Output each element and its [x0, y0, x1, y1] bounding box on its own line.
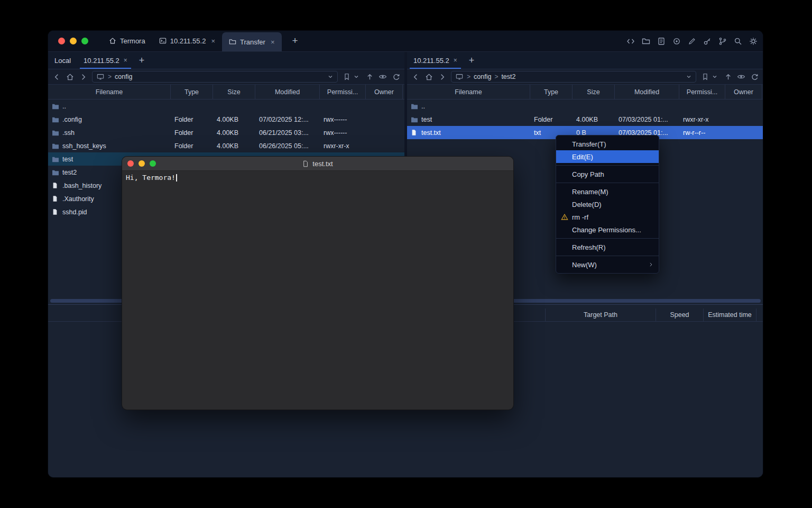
column-speed[interactable]: Speed: [656, 309, 703, 321]
refresh-icon[interactable]: [750, 72, 759, 81]
settings-gear-icon[interactable]: [749, 37, 758, 46]
type-cell: Folder: [530, 116, 573, 123]
column-permissions[interactable]: Permissi...: [679, 85, 725, 99]
breadcrumb-segment[interactable]: test2: [501, 73, 515, 80]
right-pane-tabs: 10.211.55.2 × +: [407, 52, 763, 69]
menu-separator: [556, 165, 659, 166]
menu-item-transfer[interactable]: Transfer(T): [556, 138, 659, 150]
column-size[interactable]: Size: [213, 85, 255, 99]
file-row[interactable]: .ssh Folder 4.00KB 06/21/2025 03:... rwx…: [48, 126, 404, 139]
chevron-down-icon: [710, 72, 719, 81]
menu-item-new[interactable]: New(W): [556, 258, 659, 271]
column-filename[interactable]: Filename: [407, 85, 530, 99]
close-tab-icon[interactable]: ×: [454, 57, 457, 64]
tab-label: Termora: [120, 37, 145, 45]
path-bar[interactable]: > config > test2: [451, 71, 696, 83]
context-menu: Transfer(T) Edit(E) Copy Path Rename(M) …: [556, 135, 659, 274]
add-pane-tab-button[interactable]: +: [464, 52, 480, 69]
file-row[interactable]: ..: [48, 99, 404, 113]
size-cell: 4.00KB: [213, 116, 255, 123]
column-filename[interactable]: Filename: [48, 85, 171, 99]
folder-icon: [411, 103, 418, 110]
menu-separator: [556, 183, 659, 183]
home-icon[interactable]: [66, 72, 74, 81]
menu-separator: [556, 256, 659, 256]
column-permissions[interactable]: Permissi...: [320, 85, 366, 99]
file-row[interactable]: .config Folder 4.00KB 07/02/2025 12:... …: [48, 113, 404, 126]
permissions-cell: rwxr-xr-x: [320, 142, 366, 150]
column-owner[interactable]: Owner: [366, 85, 403, 99]
show-hidden-eye-icon[interactable]: [379, 72, 387, 81]
menu-item-delete[interactable]: Delete(D): [556, 198, 659, 211]
column-spacer: [756, 309, 763, 321]
forward-icon[interactable]: [79, 72, 87, 81]
file-row[interactable]: test Folder 4.00KB 07/03/2025 01:... rwx…: [407, 113, 763, 126]
tab-termora[interactable]: Termora: [102, 31, 152, 51]
chevron-down-icon[interactable]: [327, 74, 334, 80]
file-row[interactable]: ..: [407, 99, 763, 113]
folder-icon[interactable]: [641, 37, 650, 46]
filename-cell: ..: [407, 103, 530, 110]
close-window-button[interactable]: [127, 160, 134, 167]
permissions-cell: rw-r--r--: [679, 129, 725, 137]
close-tab-icon[interactable]: ×: [124, 57, 127, 64]
column-type[interactable]: Type: [530, 85, 573, 99]
pane-tab-local[interactable]: Local: [48, 52, 77, 69]
back-icon[interactable]: [52, 72, 61, 81]
pane-tab-host[interactable]: 10.211.55.2 ×: [77, 52, 134, 69]
key-icon[interactable]: [703, 37, 712, 46]
filename-cell: ..: [48, 103, 171, 110]
zoom-window-button[interactable]: [150, 160, 156, 167]
minimize-window-button[interactable]: [70, 38, 77, 44]
breadcrumb-segment[interactable]: config: [474, 73, 491, 80]
show-hidden-eye-icon[interactable]: [737, 72, 745, 81]
file-row[interactable]: ssh_host_keys Folder 4.00KB 06/26/2025 0…: [48, 139, 404, 152]
bookmark-dropdown[interactable]: [701, 72, 719, 81]
column-modified[interactable]: Modified: [615, 85, 679, 99]
editor-titlebar[interactable]: test.txt: [122, 157, 513, 171]
search-icon[interactable]: [733, 37, 742, 46]
record-icon[interactable]: [672, 37, 681, 46]
back-icon[interactable]: [411, 72, 420, 81]
close-tab-icon[interactable]: ×: [271, 38, 275, 46]
forward-icon[interactable]: [438, 72, 446, 81]
menu-item-edit[interactable]: Edit(E): [556, 150, 659, 163]
notes-icon[interactable]: [657, 37, 666, 46]
zoom-window-button[interactable]: [81, 38, 88, 44]
tab-transfer[interactable]: Transfer ×: [222, 32, 282, 51]
breadcrumb-separator: >: [494, 73, 498, 80]
column-estimated-time[interactable]: Estimated time: [703, 309, 756, 321]
refresh-icon[interactable]: [392, 72, 400, 81]
close-tab-icon[interactable]: ×: [211, 37, 215, 45]
path-bar[interactable]: > config: [92, 71, 338, 83]
new-tab-button[interactable]: +: [289, 31, 301, 51]
menu-item-rm-rf[interactable]: rm -rf: [556, 211, 659, 223]
column-modified[interactable]: Modified: [255, 85, 320, 99]
minimize-window-button[interactable]: [139, 160, 145, 167]
menu-item-change-permissions[interactable]: Change Permissions...: [556, 223, 659, 236]
close-window-button[interactable]: [58, 38, 65, 44]
editor-title: test.txt: [122, 160, 513, 168]
add-pane-tab-button[interactable]: +: [134, 52, 150, 69]
bookmark-dropdown[interactable]: [343, 72, 361, 81]
column-type[interactable]: Type: [171, 85, 213, 99]
column-owner[interactable]: Owner: [725, 85, 762, 99]
chevron-down-icon[interactable]: [686, 74, 692, 80]
pane-tab-host[interactable]: 10.211.55.2 ×: [407, 52, 464, 69]
menu-item-copy-path[interactable]: Copy Path: [556, 168, 659, 180]
git-branch-icon[interactable]: [718, 37, 727, 46]
editor-content[interactable]: Hi, Termora!: [122, 171, 513, 184]
column-target-path[interactable]: Target Path: [545, 309, 656, 321]
tab-host-terminal[interactable]: 10.211.55.2 ×: [152, 31, 222, 51]
menu-item-refresh[interactable]: Refresh(R): [556, 241, 659, 253]
column-size[interactable]: Size: [573, 85, 615, 99]
pencil-icon[interactable]: [687, 37, 696, 46]
menu-item-rename[interactable]: Rename(M): [556, 185, 659, 198]
up-directory-icon[interactable]: [365, 72, 374, 81]
breadcrumb-separator: >: [467, 73, 470, 80]
code-icon[interactable]: [626, 37, 635, 46]
home-icon[interactable]: [425, 72, 433, 81]
modified-cell: 06/21/2025 03:...: [255, 129, 320, 137]
breadcrumb-segment[interactable]: config: [115, 73, 132, 80]
up-directory-icon[interactable]: [724, 72, 732, 81]
